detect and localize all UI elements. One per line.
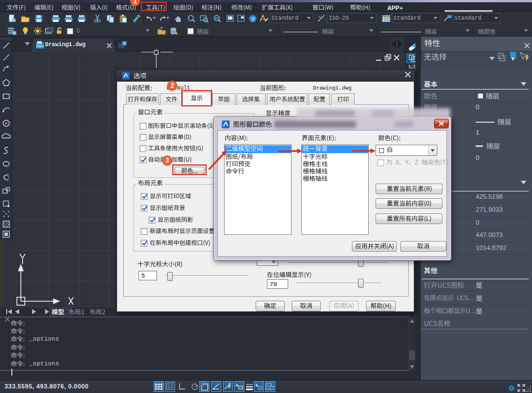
svg-text:?: ? bbox=[251, 16, 254, 22]
svg-text:DWG: DWG bbox=[36, 44, 43, 48]
